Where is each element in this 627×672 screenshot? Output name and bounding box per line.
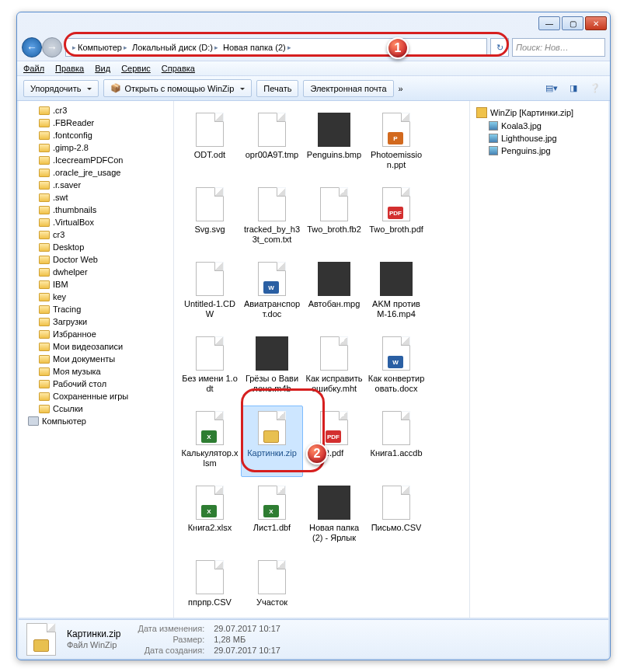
tree-folder[interactable]: .thumbnails [19, 204, 173, 216]
file-item[interactable]: Автобан.mpg [303, 256, 365, 328]
folder-icon [39, 355, 50, 364]
file-item[interactable]: Penguins.bmp [303, 107, 365, 179]
file-item[interactable]: Без имени 1.odt [179, 331, 241, 402]
file-item[interactable]: XЛист1.dbf [241, 480, 303, 552]
file-icon: X [258, 486, 286, 520]
thumbnail-icon [318, 113, 350, 147]
file-item[interactable]: ODT.odt [179, 107, 241, 179]
preview-pane-button[interactable]: ◨ [565, 80, 582, 97]
file-item[interactable]: WАвиатранспорт.doc [241, 256, 303, 328]
address-bar[interactable]: ▸Компьютер▸ Локальный диск (D:)▸ Новая п… [65, 38, 487, 57]
help-button[interactable]: ❔ [587, 80, 604, 97]
breadcrumb[interactable]: Локальный диск (D:)▸ [131, 43, 221, 52]
file-item[interactable]: Картинки.zip [241, 406, 303, 477]
tree-folder[interactable]: Загрузки [19, 315, 173, 328]
tree-folder[interactable]: Моя музыка [19, 365, 173, 378]
image-icon [489, 134, 498, 143]
tree-label: key [53, 292, 66, 301]
tree-folder[interactable]: .VirtualBox [19, 216, 173, 228]
minimize-button[interactable]: — [538, 16, 560, 30]
file-item[interactable]: Svg.svg [179, 182, 241, 253]
file-item[interactable]: PDFTwo_broth.pdf [365, 182, 427, 253]
tree-folder[interactable]: .fontconfig [19, 129, 173, 141]
menu-edit[interactable]: Правка [55, 64, 84, 73]
tree-folder[interactable]: Desktop [19, 241, 173, 253]
refresh-button[interactable]: ↻ [490, 38, 509, 57]
tree-folder[interactable]: .FBReader [19, 117, 173, 129]
folder-tree[interactable]: .cr3.FBReader.fontconfig.gimp-2.8.Icecre… [19, 101, 174, 618]
tree-folder[interactable]: Сохраненные игры [19, 390, 173, 402]
menu-tools[interactable]: Сервис [121, 64, 151, 73]
file-item[interactable]: Грёзы о Вавилоне.m4b [241, 331, 303, 402]
file-item[interactable]: WКак конвертировать.docx [365, 331, 427, 402]
maximize-button[interactable]: ▢ [562, 16, 583, 30]
tree-label: Рабочий стол [53, 379, 106, 388]
file-item[interactable]: Как исправить ошибку.mht [303, 331, 365, 402]
breadcrumb[interactable]: Новая папка (2)▸ [221, 43, 294, 52]
file-item[interactable]: PDF2.pdf [303, 406, 365, 477]
tree-folder[interactable]: Избранное [19, 328, 173, 340]
file-item[interactable]: ппрпр.CSV [179, 555, 241, 618]
tree-folder[interactable]: IBM [19, 278, 173, 291]
menu-file[interactable]: Файл [23, 64, 44, 73]
file-item[interactable]: PPhotoemission.ppt [365, 107, 427, 179]
search-input[interactable]: Поиск: Нов… [512, 38, 605, 57]
file-item[interactable]: Two_broth.fb2 [303, 182, 365, 253]
tree-folder[interactable]: Tracing [19, 303, 173, 315]
tree-folder[interactable]: key [19, 291, 173, 303]
email-button[interactable]: Электронная почта [303, 80, 393, 97]
menu-view[interactable]: Вид [95, 64, 110, 73]
tree-folder[interactable]: .IcecreamPDFCon [19, 154, 173, 166]
tree-folder[interactable]: Doctor Web [19, 253, 173, 266]
tree-label: Компьютер [42, 416, 86, 426]
file-icon [258, 187, 286, 221]
tree-folder[interactable]: .gimp-2.8 [19, 141, 173, 154]
tree-folder[interactable]: .swt [19, 191, 173, 204]
tree-folder[interactable]: .oracle_jre_usage [19, 166, 173, 179]
preview-item[interactable]: Lighthouse.jpg [473, 132, 605, 144]
tree-folder[interactable]: Рабочий стол [19, 378, 173, 390]
tree-folder[interactable]: cr3 [19, 228, 173, 241]
file-name: Two_broth.fb2 [307, 225, 361, 235]
file-name: Книга2.xlsx [188, 523, 232, 533]
tree-computer[interactable]: Компьютер [19, 415, 173, 427]
file-item[interactable]: Untitled-1.CDW [179, 256, 241, 328]
breadcrumb[interactable]: ▸Компьютер▸ [69, 43, 131, 52]
titlebar: — ▢ ✕ [17, 12, 610, 34]
file-item[interactable]: opr00A9T.tmp [241, 107, 303, 179]
tree-folder[interactable]: Мои документы [19, 353, 173, 365]
file-item[interactable]: AKM против M-16.mp4 [365, 256, 427, 328]
preview-item-label: Penguins.jpg [501, 146, 551, 155]
back-button[interactable]: ← [22, 37, 42, 57]
view-options-button[interactable]: ▤▾ [543, 80, 560, 97]
file-icon [382, 486, 410, 520]
tree-folder[interactable]: Ссылки [19, 402, 173, 415]
preview-header[interactable]: WinZip [Картинки.zip] [473, 106, 605, 120]
file-item[interactable]: Книга1.accdb [365, 406, 427, 477]
file-item[interactable]: Письмо.CSV [365, 480, 427, 552]
tree-label: .IcecreamPDFCon [53, 155, 123, 165]
tree-folder[interactable]: dwhelper [19, 266, 173, 278]
file-name: Лист1.dbf [253, 523, 291, 533]
open-with-button[interactable]: 📦Открыть с помощью WinZip [103, 79, 252, 97]
menu-help[interactable]: Справка [162, 64, 195, 73]
close-button[interactable]: ✕ [585, 16, 607, 30]
file-item[interactable]: tracked_by_h33t_com.txt [241, 182, 303, 253]
print-button[interactable]: Печать [256, 80, 298, 97]
tree-folder[interactable]: .cr3 [19, 104, 173, 117]
tree-folder[interactable]: .r.saver [19, 179, 173, 191]
file-item[interactable]: Участок [241, 555, 303, 618]
forward-button[interactable]: → [42, 37, 62, 57]
file-name: ODT.odt [194, 150, 225, 160]
tree-label: .FBReader [53, 118, 94, 127]
file-item[interactable]: Новая папка (2) - Ярлык [303, 480, 365, 552]
tree-label: Мои документы [53, 354, 115, 364]
preview-item[interactable]: Penguins.jpg [473, 144, 605, 157]
more-button[interactable]: » [399, 84, 403, 93]
file-item[interactable]: XКнига2.xlsx [179, 480, 241, 552]
preview-item[interactable]: Koala3.jpg [473, 120, 605, 132]
tree-folder[interactable]: Мои видеозаписи [19, 340, 173, 353]
file-list[interactable]: ODT.odtopr00A9T.tmpPenguins.bmpPPhotoemi… [174, 101, 470, 618]
file-item[interactable]: XКалькулятор.xlsm [179, 406, 241, 477]
organize-button[interactable]: Упорядочить [23, 80, 99, 97]
